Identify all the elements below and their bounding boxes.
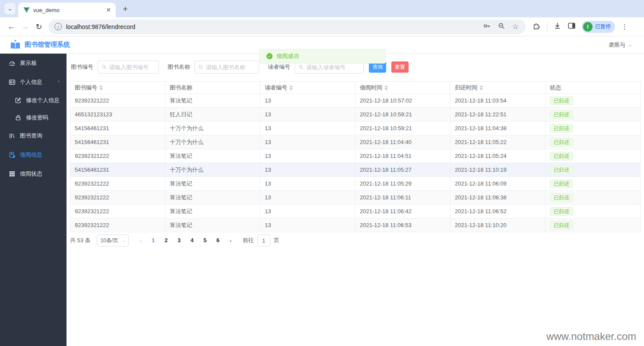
status-badge: 已归还 xyxy=(550,207,573,216)
column-header[interactable]: 借阅时间 xyxy=(355,82,450,93)
reset-button[interactable]: 重置 xyxy=(391,61,409,73)
cell-book-id: 54156461231 xyxy=(70,135,165,149)
avatar: I xyxy=(583,22,593,32)
lock-icon xyxy=(15,114,22,121)
cell-book-name: 算法笔记 xyxy=(165,177,260,190)
sort-carets-icon[interactable] xyxy=(384,85,388,90)
back-icon[interactable]: ← xyxy=(4,20,18,34)
password-key-icon[interactable] xyxy=(483,22,491,32)
sidebar-item-lend-status[interactable]: 借阅状态 xyxy=(0,164,67,183)
goto-label: 前往 xyxy=(243,237,254,244)
cell-reader-id: 13 xyxy=(260,218,355,232)
page-size-select[interactable]: 10条/页 ⌄ xyxy=(97,234,129,247)
page-number-6[interactable]: 6 xyxy=(212,234,224,247)
sort-carets-icon[interactable] xyxy=(99,85,103,90)
sidebar-item-profile[interactable]: 个人信息 ⌃ xyxy=(0,73,67,92)
book-name-input[interactable] xyxy=(206,64,259,70)
column-header[interactable]: 图书编号 xyxy=(70,82,165,93)
reader-id-input[interactable] xyxy=(306,64,363,70)
book-name-label: 图书名称 xyxy=(168,63,190,71)
browser-menu-kebab-icon[interactable]: ⋮ xyxy=(621,22,628,31)
cell-return-time: 2021-12-18 11:05:24 xyxy=(450,149,546,163)
page-suffix-label: 页 xyxy=(274,237,279,244)
cell-lend-time: 2021-12-18 11:06:42 xyxy=(355,205,450,218)
toolbar-divider xyxy=(547,22,547,31)
cell-status: 已归还 xyxy=(546,108,640,121)
chevron-down-icon: ⌄ xyxy=(628,42,632,48)
zoom-icon[interactable] xyxy=(498,22,505,32)
cell-book-id: 92392321222 xyxy=(70,205,165,218)
downloads-icon[interactable] xyxy=(553,22,562,32)
status-badge: 已归还 xyxy=(550,193,573,202)
table-row: 92392321222算法笔记132021-12-18 11:06:112021… xyxy=(70,191,640,205)
cell-return-time: 2021-12-18 11:10:20 xyxy=(450,218,546,232)
cell-book-name: 十万个为什么 xyxy=(165,135,260,149)
column-header[interactable]: 读者编号 xyxy=(260,82,355,93)
extensions-puzzle-icon[interactable] xyxy=(533,22,541,32)
cell-lend-time: 2021-12-18 11:04:40 xyxy=(355,135,450,149)
cell-return-time: 2021-12-18 11:03:54 xyxy=(450,94,546,107)
new-tab-button[interactable]: + xyxy=(119,3,131,15)
reload-icon[interactable]: ↻ xyxy=(32,20,46,34)
page-number-4[interactable]: 4 xyxy=(186,234,198,247)
page-number-5[interactable]: 5 xyxy=(199,234,211,247)
column-header-label: 图书编号 xyxy=(75,84,97,92)
cell-lend-time: 2021-12-18 10:59:21 xyxy=(355,108,450,121)
sync-paused-label: 已暂停 xyxy=(595,23,611,30)
success-check-icon: ✓ xyxy=(266,53,273,59)
page-number-2[interactable]: 2 xyxy=(160,234,172,247)
user-menu[interactable]: 袭斯与 ⌄ xyxy=(609,41,632,49)
sidebar-item-book-search[interactable]: 图书查询 xyxy=(0,126,67,145)
site-info-icon[interactable]: i xyxy=(54,23,62,30)
cell-return-time: 2021-12-18 11:06:09 xyxy=(450,177,546,190)
main-content: 图书编号 图书名称 读者编号 查询 重置 xyxy=(67,54,644,346)
cell-status: 已归还 xyxy=(546,122,640,135)
goto-page-input[interactable] xyxy=(257,234,270,247)
column-header[interactable]: 归还时间 xyxy=(450,82,546,93)
browser-tab[interactable]: vue_demo ✕ xyxy=(18,3,116,17)
side-panel-icon[interactable] xyxy=(568,22,576,32)
column-header-label: 读者编号 xyxy=(265,84,287,92)
table-header: 图书编号图书名称读者编号借阅时间归还时间状态 xyxy=(70,81,640,94)
url-text[interactable]: localhost:9876/lendrecord xyxy=(66,23,483,30)
sidebar-item-lend-info[interactable]: 借阅信息 xyxy=(0,145,67,164)
profile-chip[interactable]: I 已暂停 xyxy=(582,21,615,33)
sort-carets-icon[interactable] xyxy=(479,85,483,90)
sidebar-item-label: 借阅信息 xyxy=(20,151,42,159)
tab-close-icon[interactable]: ✕ xyxy=(105,6,112,14)
edit-icon xyxy=(15,97,22,104)
cell-book-name: 算法笔记 xyxy=(165,191,260,204)
success-toast: ✓ 借阅成功 xyxy=(259,49,386,64)
toast-message: 借阅成功 xyxy=(276,52,299,60)
cell-status: 已归还 xyxy=(546,94,640,107)
page-number-3[interactable]: 3 xyxy=(173,234,185,247)
book-id-field[interactable] xyxy=(98,61,159,74)
column-header-label: 借阅时间 xyxy=(360,84,382,92)
bookmark-star-icon[interactable]: ☆ xyxy=(512,22,519,31)
sidebar: 展示板 个人信息 ⌃ 修改个人信息 修改密码 xyxy=(0,54,67,346)
cell-book-id: 92392321222 xyxy=(70,218,165,232)
url-bar[interactable]: i localhost:9876/lendrecord ☆ xyxy=(48,19,526,34)
username: 袭斯与 xyxy=(609,41,625,49)
cell-reader-id: 13 xyxy=(260,205,355,218)
column-header: 图书名称 xyxy=(165,82,260,93)
sidebar-item-label: 展示板 xyxy=(20,59,37,67)
forward-icon[interactable]: → xyxy=(18,20,32,34)
tab-search-chevron-icon[interactable]: ⌄ xyxy=(4,3,16,14)
browser-tabstrip: ⌄ vue_demo ✕ + xyxy=(0,0,644,17)
cell-lend-time: 2021-12-18 11:06:53 xyxy=(355,218,450,232)
sort-carets-icon[interactable] xyxy=(289,85,293,90)
next-page-icon[interactable]: › xyxy=(225,234,237,247)
page-number-1[interactable]: 1 xyxy=(147,234,159,247)
cell-status: 已归还 xyxy=(546,177,640,190)
cell-book-id: 54156461231 xyxy=(70,122,165,135)
book-name-field[interactable] xyxy=(194,61,259,74)
cell-book-name: 算法笔记 xyxy=(165,205,260,218)
prev-page-icon[interactable]: ‹ xyxy=(135,234,147,247)
book-id-input[interactable] xyxy=(109,64,159,70)
cell-lend-time: 2021-12-18 11:06:11 xyxy=(355,191,450,204)
status-badge: 已归还 xyxy=(550,179,573,188)
sidebar-item-change-password[interactable]: 修改密码 xyxy=(0,109,67,126)
sidebar-item-edit-profile[interactable]: 修改个人信息 xyxy=(0,92,67,109)
sidebar-item-dashboard[interactable]: 展示板 xyxy=(0,54,67,73)
